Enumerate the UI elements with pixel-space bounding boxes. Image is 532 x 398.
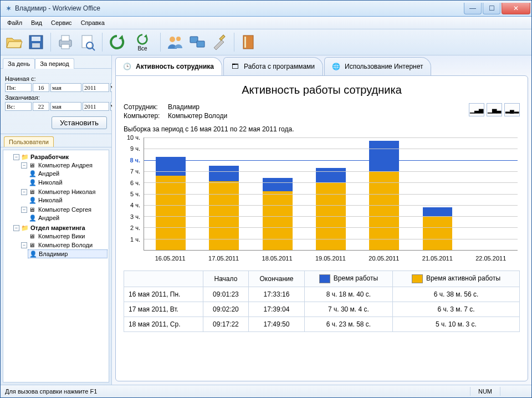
to-dow[interactable] xyxy=(5,102,32,111)
table-row: 18 мая 2011, Ср.09:17:2217:49:506 ч. 23 … xyxy=(124,317,520,332)
th-active: Время активной работы xyxy=(393,271,520,287)
collapse-icon[interactable]: − xyxy=(13,154,19,160)
status-num: NUM xyxy=(470,387,500,396)
apply-button[interactable]: Установить xyxy=(52,116,107,129)
menu-file[interactable]: Файл xyxy=(3,18,27,27)
menubar: Файл Вид Сервис Справка xyxy=(1,17,531,29)
collapse-icon[interactable]: − xyxy=(21,162,27,169)
close-button[interactable]: ✕ xyxy=(502,3,530,14)
computers-button[interactable] xyxy=(187,32,207,52)
save-button[interactable] xyxy=(26,32,46,52)
chart-type-1[interactable]: ▁▃▅ xyxy=(469,103,484,116)
computer-icon: 🖥 xyxy=(29,242,37,248)
svg-rect-15 xyxy=(244,37,246,48)
refresh-all-label: Все xyxy=(137,45,147,52)
activity-chart: 1 ч.2 ч.3 ч.4 ч.5 ч.6 ч.7 ч.8 ч.9 ч.10 ч… xyxy=(124,137,520,265)
window-icon: 🗔 xyxy=(229,61,241,72)
computer-icon: 🖥 xyxy=(29,162,37,169)
to-day[interactable] xyxy=(33,102,49,111)
tree-pc-nikolay[interactable]: Компьютер Николая xyxy=(38,188,95,195)
from-year[interactable] xyxy=(83,83,109,92)
tab-per-day[interactable]: За день xyxy=(3,58,35,69)
computer-icon: 🖥 xyxy=(29,233,37,239)
menu-help[interactable]: Справка xyxy=(76,18,109,27)
svg-point-10 xyxy=(176,37,181,41)
th-end: Окончание xyxy=(249,271,305,287)
legend-yellow-icon xyxy=(412,274,423,283)
tab-programs[interactable]: 🗔Работа с программами xyxy=(223,57,323,75)
to-year[interactable] xyxy=(83,102,109,111)
svg-line-8 xyxy=(92,48,95,50)
to-month[interactable] xyxy=(50,102,81,111)
globe-icon: 🌐 xyxy=(330,61,341,72)
help-button[interactable] xyxy=(239,32,259,52)
date-from[interactable]: ▾ xyxy=(5,83,107,92)
tree-pc-viki[interactable]: Компьютер Вики xyxy=(38,233,85,239)
from-label: Начиная с: xyxy=(5,75,107,82)
users-button[interactable] xyxy=(165,32,185,52)
tree-pc-sergey[interactable]: Компьютер Сергея xyxy=(38,206,91,213)
tab-per-period[interactable]: За период xyxy=(35,58,74,69)
tree-group-dev[interactable]: Разработчик xyxy=(30,154,69,160)
user-icon: 👤 xyxy=(29,179,37,186)
tree-user-andrey2[interactable]: Андрей xyxy=(38,215,59,221)
svg-point-9 xyxy=(170,37,175,42)
tree-user-nikolay2[interactable]: Николай xyxy=(38,197,63,203)
statusbar: Для вызова справки нажмите F1 NUM xyxy=(1,385,531,397)
user-icon: 👤 xyxy=(29,251,37,257)
collapse-icon[interactable]: − xyxy=(21,189,27,195)
svg-rect-12 xyxy=(197,41,204,47)
svg-rect-13 xyxy=(219,35,225,40)
maximize-button[interactable]: ☐ xyxy=(483,3,500,14)
legend-blue-icon xyxy=(319,274,330,283)
tab-internet[interactable]: 🌐Использование Интернет xyxy=(324,57,431,75)
svg-rect-4 xyxy=(62,35,69,41)
settings-button[interactable] xyxy=(209,32,229,52)
tab-activity[interactable]: 🕒Активность сотрудника xyxy=(115,57,222,75)
main-tabs: 🕒Активность сотрудника 🗔Работа с програм… xyxy=(112,55,531,75)
chart-type-2[interactable]: ▁▅▃ xyxy=(487,103,502,116)
svg-rect-2 xyxy=(32,43,40,48)
table-row: 16 мая 2011, Пн.09:01:2317:33:168 ч. 18 … xyxy=(124,287,520,302)
menu-service[interactable]: Сервис xyxy=(47,18,76,27)
minimize-button[interactable]: — xyxy=(464,3,482,14)
refresh-button[interactable] xyxy=(107,32,127,52)
th-work: Время работы xyxy=(304,271,392,287)
emp-value: Владимир xyxy=(168,103,200,111)
refresh-all-button[interactable]: Все xyxy=(129,32,156,52)
table-row: 17 мая 2011, Вт.09:02:2017:39:047 ч. 30 … xyxy=(124,302,520,317)
titlebar: ✶ Владимир - Workview Office — ☐ ✕ xyxy=(1,1,531,17)
tree-user-andrey[interactable]: Андрей xyxy=(38,170,59,177)
collapse-icon[interactable]: − xyxy=(13,225,19,231)
tree-user-nikolay[interactable]: Николай xyxy=(38,179,63,186)
from-dow[interactable] xyxy=(5,83,32,92)
report-title: Активность работы сотрудника xyxy=(124,84,520,96)
print-button[interactable] xyxy=(55,32,75,52)
user-icon: 👤 xyxy=(29,170,37,177)
activity-table: Начало Окончание Время работы Время акти… xyxy=(124,271,520,332)
print-preview-button[interactable] xyxy=(78,32,98,52)
users-tab[interactable]: Пользователи xyxy=(4,136,54,147)
from-month[interactable] xyxy=(50,83,81,92)
open-button[interactable] xyxy=(4,32,24,52)
menu-view[interactable]: Вид xyxy=(27,18,47,27)
user-icon: 👤 xyxy=(29,197,37,203)
th-start: Начало xyxy=(203,271,248,287)
svg-rect-1 xyxy=(32,37,40,41)
computer-icon: 🖥 xyxy=(29,206,37,213)
emp-label: Сотрудник: xyxy=(124,103,168,111)
tree-user-vladimir[interactable]: Владимир xyxy=(39,251,68,257)
users-tree[interactable]: −📁Разработчик −🖥Компьютер Андрея 👤Андрей… xyxy=(3,150,109,382)
pc-value: Компьютер Володи xyxy=(168,112,227,120)
tree-pc-andrey[interactable]: Компьютер Андрея xyxy=(38,162,93,169)
sidebar: За день За период Начиная с: ▾ Заканчива… xyxy=(1,55,112,385)
collapse-icon[interactable]: − xyxy=(21,242,27,248)
date-to[interactable]: ▾ xyxy=(5,102,107,111)
collapse-icon[interactable]: − xyxy=(21,207,27,213)
window-title: Владимир - Workview Office xyxy=(15,4,463,12)
tree-group-marketing[interactable]: Отдел маркетинга xyxy=(30,224,85,231)
status-hint: Для вызова справки нажмите F1 xyxy=(5,388,97,395)
chart-type-3[interactable]: ▂▄▂ xyxy=(504,103,520,116)
tree-pc-volodya[interactable]: Компьютер Володи xyxy=(38,242,93,248)
from-day[interactable] xyxy=(33,83,49,92)
